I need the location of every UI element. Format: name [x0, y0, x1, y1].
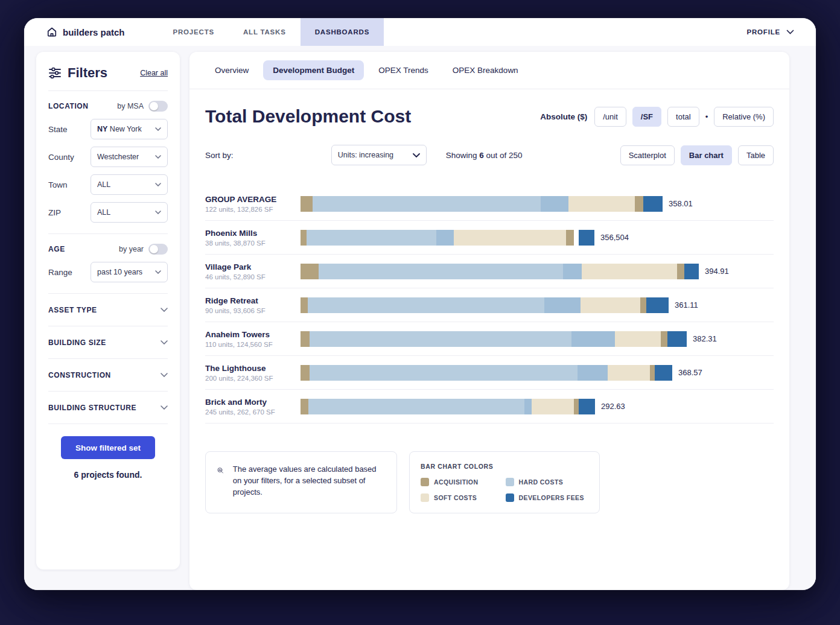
sort-select[interactable]: Units: increasing: [331, 145, 427, 165]
title-row: Total Development Cost Absolute ($) /uni…: [205, 106, 774, 127]
absolute-mode-label: Absolute ($): [540, 112, 587, 121]
msa-toggle[interactable]: [148, 101, 168, 112]
section-building-structure[interactable]: BUILDING STRUCTURE: [48, 391, 168, 424]
bar-segment-acquisition[interactable]: [677, 264, 684, 279]
bar-segment-hard_costs[interactable]: [310, 365, 578, 381]
mode-total-button[interactable]: total: [667, 107, 699, 127]
chevron-down-icon: [155, 211, 161, 214]
project-name: The Lighthouse: [205, 364, 301, 373]
bar-segment-soft_costs[interactable]: [568, 196, 635, 212]
bar-value: 358.01: [669, 199, 693, 208]
filters-footer: Show filtered set 6 projects found.: [48, 424, 168, 480]
legend-label: DEVELOPERS FEES: [519, 494, 584, 501]
chart-row: The Lighthouse200 units, 224,360 SF368.5…: [205, 356, 774, 390]
bar-segment-acquisition[interactable]: [650, 365, 655, 381]
bar-segment-developers_fees[interactable]: [655, 365, 672, 381]
bar-segment-hard_costs_alt[interactable]: [436, 230, 454, 246]
bar-segment-soft_costs[interactable]: [454, 230, 566, 246]
nav-item-projects[interactable]: PROJECTS: [159, 18, 229, 46]
bar-segment-acquisition[interactable]: [301, 331, 310, 347]
bar-segment-hard_costs_alt[interactable]: [571, 331, 615, 347]
chevron-down-icon: [155, 127, 161, 131]
bar-value: 394.91: [705, 267, 729, 276]
county-select[interactable]: Westchester: [91, 147, 168, 167]
msa-toggle-label: by MSA: [117, 102, 144, 110]
bar-segment-acquisition[interactable]: [301, 365, 310, 381]
bar-segment-acquisition[interactable]: [574, 399, 579, 414]
content-area: Filters Clear all LOCATION by MSA State: [24, 46, 816, 590]
bar-segment-acquisition[interactable]: [640, 297, 646, 313]
clear-all-link[interactable]: Clear all: [140, 69, 168, 77]
bar-segment-acquisition[interactable]: [301, 264, 319, 279]
stacked-bar: [301, 230, 594, 246]
bar-chart-button[interactable]: Bar chart: [681, 145, 732, 165]
section-construction[interactable]: CONSTRUCTION: [48, 358, 168, 391]
state-select[interactable]: NY New York: [91, 119, 168, 139]
bar-segment-developers_fees[interactable]: [643, 196, 663, 212]
relative-percent-button[interactable]: Relative (%): [714, 107, 774, 127]
brand-logo[interactable]: builders patch: [46, 26, 125, 38]
bar-segment-soft_costs[interactable]: [608, 365, 650, 381]
showing-count-text: Showing 6 out of 250: [446, 151, 523, 160]
bar-segment-developers_fees[interactable]: [667, 331, 687, 347]
bar-segment-hard_costs[interactable]: [319, 264, 563, 279]
bar-chart: GROUP AVERAGE122 units, 132,826 SF358.01…: [205, 187, 774, 424]
bar-segment-acquisition[interactable]: [635, 196, 643, 212]
bar-segment-soft_costs[interactable]: [532, 399, 574, 414]
mode-per-unit-button[interactable]: /unit: [594, 107, 626, 127]
bar-segment-soft_costs[interactable]: [581, 297, 640, 313]
bar-segment-hard_costs_alt[interactable]: [563, 264, 582, 279]
tab-opex-trends[interactable]: OPEX Trends: [369, 60, 438, 80]
bar-segment-acquisition[interactable]: [301, 399, 308, 414]
separator-dot: •: [705, 112, 708, 121]
scatterplot-button[interactable]: Scatterplot: [620, 145, 675, 165]
filters-panel: Filters Clear all LOCATION by MSA State: [36, 52, 180, 569]
bar-segment-hard_costs[interactable]: [310, 331, 571, 347]
year-toggle[interactable]: [148, 244, 168, 255]
section-asset-type[interactable]: ASSET TYPE: [48, 293, 168, 326]
bar-segment-hard_costs_alt[interactable]: [578, 365, 608, 381]
age-range-select[interactable]: past 10 years: [91, 262, 168, 282]
sort-row: Sort by: Units: increasing Showing 6 out…: [205, 145, 774, 165]
section-building-size[interactable]: BUILDING SIZE: [48, 326, 168, 358]
zip-select[interactable]: ALL: [91, 202, 168, 223]
bar-segment-soft_costs[interactable]: [582, 264, 677, 279]
table-button[interactable]: Table: [738, 145, 774, 165]
bar-segment-acquisition[interactable]: [661, 331, 667, 347]
county-label: County: [48, 153, 83, 162]
bar-segment-acquisition[interactable]: [566, 230, 574, 246]
stacked-bar: [301, 365, 672, 381]
tab-overview[interactable]: Overview: [205, 60, 258, 80]
projects-found-text: 6 projects found.: [74, 470, 142, 480]
project-name: Anaheim Towers: [205, 330, 301, 339]
bar-segment-hard_costs[interactable]: [307, 230, 436, 246]
bar-segment-developers_fees[interactable]: [579, 230, 594, 246]
bar-segment-hard_costs_alt[interactable]: [544, 297, 581, 313]
mode-per-sf-button[interactable]: /SF: [632, 107, 661, 127]
bar-segment-acquisition[interactable]: [301, 230, 307, 246]
project-subtitle: 38 units, 38,870 SF: [205, 240, 301, 247]
town-select[interactable]: ALL: [91, 174, 168, 195]
bar-segment-acquisition[interactable]: [301, 196, 313, 212]
bar-segment-hard_costs_alt[interactable]: [541, 196, 568, 212]
nav-item-dashboards[interactable]: DASHBOARDS: [301, 18, 384, 46]
bar-segment-developers_fees[interactable]: [646, 297, 669, 313]
bar-segment-acquisition[interactable]: [301, 297, 308, 313]
tab-development-budget[interactable]: Development Budget: [263, 60, 364, 80]
bar-segment-hard_costs[interactable]: [308, 297, 544, 313]
bar-segment-developers_fees[interactable]: [684, 264, 699, 279]
project-label: Village Park46 units, 52,890 SF: [205, 262, 301, 281]
profile-menu[interactable]: PROFILE: [747, 28, 794, 36]
nav-item-all-tasks[interactable]: ALL TASKS: [229, 18, 301, 46]
average-note-text: The average values are calculated based …: [233, 464, 386, 498]
tab-opex-breakdown[interactable]: OPEX Breakdown: [443, 60, 528, 80]
bar-segment-hard_costs[interactable]: [313, 196, 541, 212]
stacked-bar: [301, 196, 663, 212]
bar-segment-hard_costs_alt[interactable]: [524, 399, 532, 414]
bar-value: 368.57: [678, 368, 702, 377]
bar-segment-soft_costs[interactable]: [615, 331, 661, 347]
zip-label: ZIP: [48, 208, 83, 217]
bar-segment-developers_fees[interactable]: [579, 399, 595, 414]
bar-segment-hard_costs[interactable]: [308, 399, 524, 414]
show-filtered-set-button[interactable]: Show filtered set: [61, 436, 155, 459]
